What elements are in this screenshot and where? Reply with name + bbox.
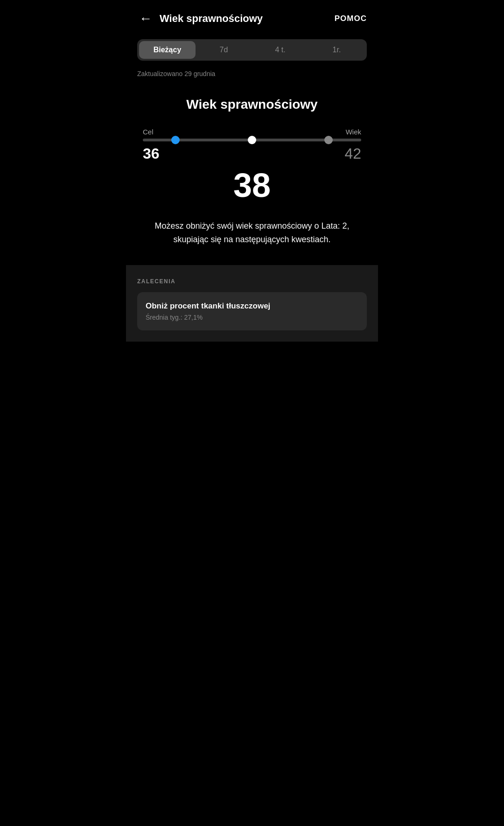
tab-bar: Bieżący 7d 4 t. 1r. xyxy=(137,39,367,61)
page-title: Wiek sprawnościowy xyxy=(160,13,335,25)
gauge-left-value: 36 xyxy=(143,145,160,162)
tab-current[interactable]: Bieżący xyxy=(139,41,196,59)
gauge-values: 36 42 xyxy=(143,145,361,162)
gauge-labels: Cel Wiek xyxy=(143,128,361,136)
rec-card-title: Obniż procent tkanki tłuszczowej xyxy=(146,301,358,311)
update-text: Zaktualizowano 29 grudnia xyxy=(126,70,378,89)
recommendations-section: ZALECENIA Obniż procent tkanki tłuszczow… xyxy=(126,265,378,342)
fitness-age-title: Wiek sprawnościowy xyxy=(137,96,367,113)
rec-card-subtitle: Średnia tyg.: 27,1% xyxy=(146,314,358,321)
gauge-right-value: 42 xyxy=(344,145,361,162)
section-label: ZALECENIA xyxy=(137,278,367,285)
slider-track xyxy=(143,139,361,141)
description-text: Możesz obniżyć swój wiek sprawnościowy o… xyxy=(137,219,367,246)
recommendation-card[interactable]: Obniż procent tkanki tłuszczowej Średnia… xyxy=(137,292,367,330)
main-content: Wiek sprawnościowy Cel Wiek 36 42 38 Moż… xyxy=(126,89,378,261)
gauge-right-label: Wiek xyxy=(346,128,361,136)
back-button[interactable]: ← xyxy=(137,9,154,28)
slider-dot-wiek xyxy=(324,136,333,144)
gauge-section: Cel Wiek 36 42 xyxy=(137,128,367,162)
tab-4t[interactable]: 4 t. xyxy=(252,41,308,59)
slider-dot-cel xyxy=(171,136,180,144)
slider-dot-current xyxy=(248,136,256,144)
header: ← Wiek sprawnościowy POMOC xyxy=(126,0,378,35)
tab-7d[interactable]: 7d xyxy=(196,41,252,59)
tab-1r[interactable]: 1r. xyxy=(308,41,365,59)
main-fitness-age-value: 38 xyxy=(137,166,367,204)
help-button[interactable]: POMOC xyxy=(335,14,367,23)
gauge-left-label: Cel xyxy=(143,128,154,136)
